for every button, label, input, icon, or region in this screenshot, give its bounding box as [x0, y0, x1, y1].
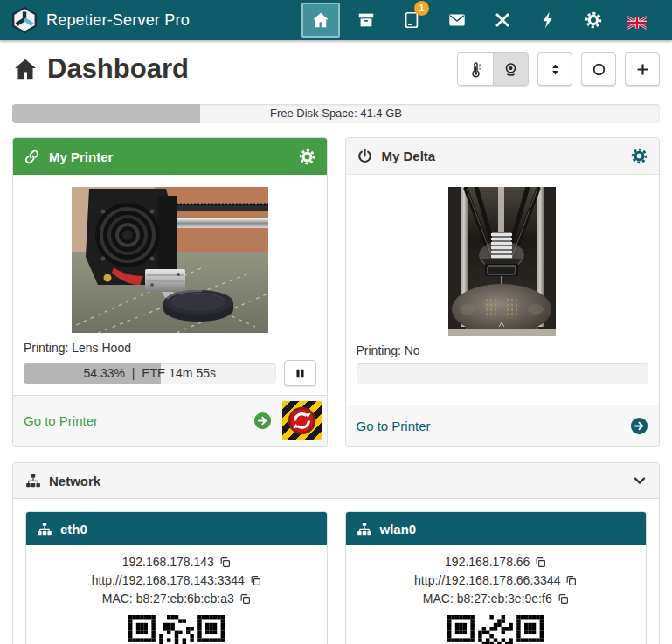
repetier-logo-icon: [10, 6, 38, 34]
printing-status: Printing: No: [357, 343, 649, 357]
resize-panels-button[interactable]: [537, 52, 572, 86]
header-toolbar: [457, 52, 660, 86]
qr-code: [33, 615, 320, 644]
chevron-down-icon[interactable]: [633, 474, 647, 488]
printer-card-footer: Go to Printer: [346, 405, 660, 446]
qr-code: [353, 615, 640, 644]
printer-cards-row: My Printer: [12, 137, 660, 447]
sitemap-icon: [25, 473, 41, 488]
mail-icon: [447, 10, 467, 30]
pause-button[interactable]: [284, 360, 316, 386]
copy-icon[interactable]: [250, 575, 261, 586]
webcam-image-my-delta[interactable]: [357, 184, 649, 337]
uk-flag-icon: [627, 13, 650, 27]
updown-arrows-icon: [547, 61, 564, 78]
print-progress-bar: 54.33% | ETE 14m 55s: [24, 363, 276, 384]
nav-power-button[interactable]: [529, 3, 567, 38]
printer-card-my-delta: My Delta: [345, 137, 661, 447]
mac-address: MAC: b8:27:eb:6b:cb:a3: [102, 590, 234, 608]
home-icon: [12, 56, 38, 82]
network-card-header: eth0: [26, 512, 327, 545]
interface-name: eth0: [60, 522, 87, 537]
printer-card-my-printer: My Printer: [12, 137, 328, 447]
sitemap-icon: [37, 521, 52, 537]
notification-badge: 1: [414, 1, 429, 16]
mac-line: MAC: b8:27:eb:6b:cb:a3: [33, 590, 320, 608]
nav-settings-button[interactable]: [574, 3, 613, 38]
webcam-image-my-printer[interactable]: [24, 184, 316, 335]
printer-card-header: My Delta: [346, 138, 660, 175]
ip-line: 192.168.178.143: [33, 553, 320, 571]
navbar-icons: 1: [301, 3, 662, 38]
view-toggle-group: [457, 52, 529, 86]
network-card-body: 192.168.178.143 http://192.168.178.143:3…: [26, 545, 327, 644]
printer-name: My Printer: [49, 149, 113, 164]
page-title: Dashboard: [12, 53, 189, 85]
nav-touch-ui-button[interactable]: 1: [392, 3, 431, 38]
printer-card-body: Printing: Lens Hood 54.33% | ETE 14m 55s: [13, 175, 327, 395]
network-panel-header[interactable]: Network: [13, 463, 659, 498]
printer-box-icon: [357, 10, 376, 30]
nav-printers-button[interactable]: [347, 3, 385, 38]
go-to-printer-link[interactable]: Go to Printer: [24, 413, 98, 428]
go-to-printer-link[interactable]: Go to Printer: [357, 419, 431, 433]
arrow-right-circle-icon[interactable]: [630, 417, 648, 435]
pause-icon: [294, 367, 307, 380]
printer-settings-button[interactable]: [298, 148, 316, 166]
printer-settings-button[interactable]: [630, 147, 648, 165]
network-card-header: wlan0: [346, 512, 647, 545]
printer-name: My Delta: [382, 149, 436, 163]
ip-address: 192.168.178.66: [445, 553, 530, 571]
network-panel: Network eth0 192.168.178.143: [12, 462, 660, 644]
nav-language-button[interactable]: [620, 3, 658, 38]
nav-home-button[interactable]: [301, 3, 340, 38]
ip-address: 192.168.178.143: [122, 553, 214, 571]
circle-filter-button[interactable]: [581, 52, 616, 86]
home-icon: [311, 10, 330, 30]
gear-icon: [584, 10, 603, 30]
crossed-arrows-icon: [493, 10, 512, 30]
bolt-icon: [538, 10, 558, 30]
nav-messages-button[interactable]: [438, 3, 476, 38]
print-progress-row: 54.33% | ETE 14m 55s: [24, 360, 316, 386]
arrow-right-circle-icon[interactable]: [253, 412, 272, 430]
print-progress-label: 54.33% | ETE 14m 55s: [24, 363, 276, 384]
copy-icon[interactable]: [565, 575, 577, 586]
main-content: Dashboard: [0, 40, 672, 644]
emergency-stop-button[interactable]: [282, 401, 322, 440]
webcam-view-button[interactable]: [493, 53, 528, 85]
sitemap-icon: [357, 521, 372, 537]
printer-card-body: Printing: No: [346, 175, 660, 392]
print-progress-row: [357, 363, 649, 384]
copy-icon[interactable]: [558, 593, 569, 605]
link-icon: [24, 149, 40, 165]
copy-icon[interactable]: [239, 593, 251, 605]
free-disk-space-bar: Free Disk Space: 41.4 GB: [12, 104, 660, 123]
emergency-stop-icon: [286, 405, 318, 437]
network-panel-body: eth0 192.168.178.143 http://192.168.178.…: [13, 498, 659, 644]
mac-address: MAC: b8:27:eb:3e:9e:f6: [423, 590, 552, 608]
temperature-view-button[interactable]: [458, 53, 493, 85]
plus-icon: [634, 61, 651, 78]
network-panel-title: Network: [49, 474, 100, 488]
header-divider: [12, 93, 660, 93]
copy-icon[interactable]: [535, 557, 546, 568]
add-printer-button[interactable]: [625, 52, 660, 86]
circle-icon: [591, 61, 607, 78]
app-title: Repetier-Server Pro: [46, 11, 190, 30]
nav-connections-button[interactable]: [483, 3, 522, 38]
print-progress-bar: [357, 363, 649, 384]
network-card-body: 192.168.178.66 http://192.168.178.66:334…: [346, 545, 647, 644]
url-line: http://192.168.178.66:3344: [353, 571, 640, 590]
printing-status: Printing: Lens Hood: [24, 341, 316, 355]
power-icon: [357, 148, 373, 164]
disk-bar-label: Free Disk Space: 41.4 GB: [12, 104, 660, 123]
page-header: Dashboard: [12, 52, 660, 86]
printer-card-footer: Go to Printer: [13, 395, 327, 446]
webcam-icon: [502, 61, 519, 78]
printer-card-header: My Printer: [13, 138, 327, 175]
network-card-eth0: eth0 192.168.178.143 http://192.168.178.…: [25, 511, 328, 644]
copy-icon[interactable]: [219, 557, 231, 568]
interface-name: wlan0: [380, 522, 417, 537]
brand-logo-link[interactable]: Repetier-Server Pro: [10, 6, 190, 34]
